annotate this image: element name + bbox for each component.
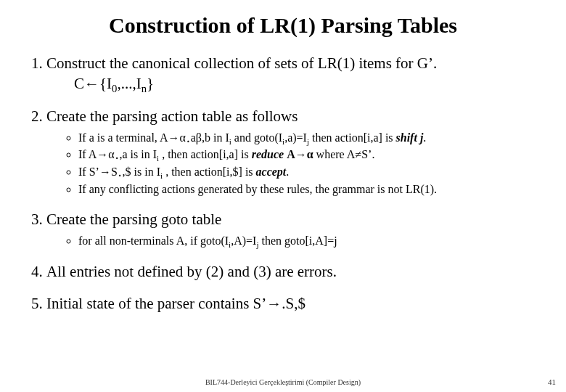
item-3: Create the parsing goto table for all no… xyxy=(46,210,540,249)
item-4-text: All entries not defined by (2) and (3) a… xyxy=(46,263,337,280)
item-2: Create the parsing action table as follo… xyxy=(46,107,540,197)
item-3-bullet-1: for all non-terminals A, if goto(Ii,A)=I… xyxy=(78,233,540,249)
item-2-bullets: If a is a terminal, A→α.aβ,b in Ii and g… xyxy=(46,130,540,197)
item-2-bullet-1: If a is a terminal, A→α.aβ,b in Ii and g… xyxy=(78,130,540,146)
item-3-text: Create the parsing goto table xyxy=(46,211,221,228)
item-5: Initial state of the parser contains S’→… xyxy=(46,294,540,313)
item-3-bullets: for all non-terminals A, if goto(Ii,A)=I… xyxy=(46,233,540,249)
item-4: All entries not defined by (2) and (3) a… xyxy=(46,262,540,281)
slide: Construction of LR(1) Parsing Tables Con… xyxy=(0,0,566,392)
item-1-indent: C←{I0,...,In} xyxy=(74,74,540,93)
item-1: Construct the canonical collection of se… xyxy=(46,54,540,94)
item-1-text: Construct the canonical collection of se… xyxy=(46,54,437,72)
item-5-text: Initial state of the parser contains S’→… xyxy=(46,295,305,312)
item-2-bullet-3: If S’→S.,$ is in Ii , then action[i,$] i… xyxy=(78,164,540,180)
footer-course: BIL744-Derleyici Gerçekleştirimi (Compil… xyxy=(0,378,566,386)
item-2-text: Create the parsing action table as follo… xyxy=(46,107,298,125)
slide-title: Construction of LR(1) Parsing Tables xyxy=(26,13,540,38)
main-list: Construct the canonical collection of se… xyxy=(26,54,540,313)
item-2-bullet-2: If A→α.,a is in Ii , then action[i,a] is… xyxy=(78,147,540,163)
item-2-bullet-4: If any conflicting actions generated by … xyxy=(78,181,540,197)
page-number: 41 xyxy=(548,377,556,386)
